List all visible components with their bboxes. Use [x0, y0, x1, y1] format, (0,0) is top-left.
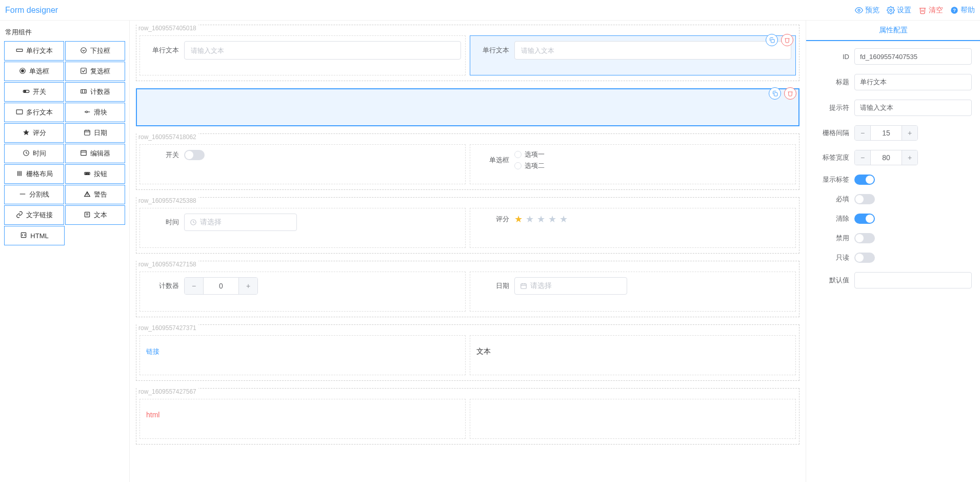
svg-point-16	[86, 111, 88, 113]
rate-control[interactable]: ★★★★★	[514, 214, 791, 225]
palette-item-html[interactable]: HTML	[4, 226, 65, 245]
canvas-row[interactable]: row_1609557427371 链接文本	[136, 324, 799, 381]
palette-item-slider[interactable]: 滑块	[65, 103, 125, 122]
palette-item-button[interactable]: BTN按钮	[65, 164, 125, 184]
field-cell[interactable]: 日期请选择	[470, 272, 796, 312]
prop-showlabel-switch[interactable]	[854, 175, 875, 185]
prop-gutter-stepper[interactable]: −15+	[854, 125, 918, 141]
field-cell[interactable]	[470, 399, 796, 439]
copy-button[interactable]	[766, 34, 778, 46]
plus-icon[interactable]: +	[902, 126, 917, 140]
plus-icon[interactable]: +	[239, 278, 257, 294]
component-sidebar: 常用组件 单行文本下拉框单选框复选框开关计数器多行文本滑块评分日期时间编辑器栅格…	[0, 21, 130, 482]
field-cell[interactable]: 单行文本	[139, 35, 466, 75]
palette-item-switch[interactable]: 开关	[4, 82, 64, 102]
prop-disabled-switch[interactable]	[854, 233, 875, 243]
prop-default-input[interactable]	[854, 272, 972, 288]
palette-item-grid[interactable]: 栅格布局	[4, 164, 64, 184]
palette-item-link[interactable]: 文字链接	[4, 205, 64, 225]
star-icon[interactable]: ★	[559, 214, 568, 225]
delete-button[interactable]	[784, 87, 796, 100]
time-icon	[190, 219, 197, 226]
minus-icon[interactable]: −	[855, 126, 870, 140]
selected-empty-row[interactable]	[136, 88, 799, 126]
row-id-label: row_1609557427371	[136, 324, 198, 332]
star-icon[interactable]: ★	[548, 214, 556, 225]
palette-item-input[interactable]: 单行文本	[4, 41, 64, 61]
plus-icon[interactable]: +	[902, 150, 917, 165]
canvas-row[interactable]: row_1609557418062 开关单选框选项一选项二	[136, 133, 799, 190]
prop-title-input[interactable]	[854, 74, 972, 90]
canvas-row[interactable]: row_1609557427158 计数器−0+日期请选择	[136, 261, 799, 317]
text-input[interactable]	[184, 41, 461, 60]
prop-id-input[interactable]	[854, 48, 972, 65]
radio-option[interactable]: 选项一	[514, 150, 791, 159]
field-cell[interactable]: 评分★★★★★	[470, 208, 796, 248]
design-canvas[interactable]: row_1609557405018 单行文本 单行文本 row_16095574…	[130, 21, 806, 482]
row-id-label: row_1609557405018	[136, 25, 198, 32]
field-label: 计数器	[144, 281, 179, 291]
props-tab[interactable]: 属性配置	[806, 21, 980, 41]
minus-icon[interactable]: −	[855, 150, 870, 165]
prop-showlabel-label: 显示标签	[814, 175, 854, 184]
html-block: html	[144, 404, 461, 421]
field-cell[interactable]: 文本	[470, 335, 796, 375]
prop-labelwidth-stepper[interactable]: −80+	[854, 150, 918, 165]
app-title: Form designer	[5, 6, 58, 15]
row-id-label: row_1609557427567	[136, 388, 198, 395]
svg-point-1	[890, 9, 892, 11]
radio-option[interactable]: 选项二	[514, 161, 791, 170]
field-cell[interactable]: 单行文本	[470, 35, 796, 75]
canvas-row[interactable]: row_1609557405018 单行文本 单行文本	[136, 25, 799, 81]
minus-icon[interactable]: −	[185, 278, 203, 294]
prop-clearable-switch[interactable]	[854, 214, 875, 224]
copy-button[interactable]	[769, 87, 781, 100]
text-input[interactable]	[514, 41, 791, 60]
palette-item-checkbox[interactable]: 复选框	[65, 62, 125, 81]
canvas-row[interactable]: row_1609557427567 html	[136, 388, 799, 445]
palette-item-alert[interactable]: 警告	[65, 185, 125, 204]
field-cell[interactable]: 时间请选择	[139, 208, 466, 248]
field-cell[interactable]: 计数器−0+	[139, 272, 466, 312]
svg-rect-4	[16, 49, 23, 51]
prop-readonly-switch[interactable]	[854, 253, 875, 263]
field-cell[interactable]: 单选框选项一选项二	[470, 144, 796, 184]
palette-item-radio[interactable]: 单选框	[4, 62, 64, 81]
field-label: 日期	[474, 281, 509, 291]
palette-item-number[interactable]: 计数器	[65, 82, 125, 102]
star-icon[interactable]: ★	[514, 214, 523, 225]
prop-required-switch[interactable]	[854, 194, 875, 204]
preview-button[interactable]: 预览	[855, 6, 879, 15]
palette-item-rate[interactable]: 评分	[4, 123, 64, 143]
help-button[interactable]: ? 帮助	[950, 6, 975, 15]
svg-rect-11	[81, 89, 87, 93]
prop-placeholder-input[interactable]	[854, 100, 972, 116]
palette-item-text[interactable]: 文本	[65, 205, 125, 225]
star-icon[interactable]: ★	[537, 214, 545, 225]
delete-button[interactable]	[781, 34, 793, 46]
time-picker[interactable]: 请选择	[184, 214, 297, 231]
clear-button[interactable]: 清空	[918, 6, 943, 15]
field-cell[interactable]: html	[139, 399, 466, 439]
svg-rect-8	[81, 68, 87, 73]
date-picker[interactable]: 请选择	[514, 277, 627, 295]
palette-item-editor[interactable]: 编辑器	[65, 144, 125, 163]
star-icon[interactable]: ★	[526, 214, 534, 225]
field-cell[interactable]: 链接	[139, 335, 466, 375]
palette-item-textarea[interactable]: 多行文本	[4, 103, 64, 122]
svg-rect-39	[774, 93, 778, 97]
palette-item-select[interactable]: 下拉框	[65, 41, 125, 61]
checkbox-icon	[80, 67, 87, 76]
svg-rect-14	[16, 109, 23, 113]
divider-icon	[19, 190, 26, 199]
palette-item-divider[interactable]: 分割线	[4, 185, 64, 204]
palette-item-date[interactable]: 日期	[65, 123, 125, 143]
switch-control[interactable]	[184, 150, 205, 160]
canvas-row[interactable]: row_1609557425388 时间请选择评分★★★★★	[136, 197, 799, 254]
palette-item-time[interactable]: 时间	[4, 144, 64, 163]
number-stepper[interactable]: −0+	[184, 277, 258, 295]
link-text[interactable]: 链接	[144, 341, 461, 358]
prop-clearable-label: 清除	[814, 214, 854, 223]
settings-button[interactable]: 设置	[887, 6, 911, 15]
field-cell[interactable]: 开关	[139, 144, 466, 184]
